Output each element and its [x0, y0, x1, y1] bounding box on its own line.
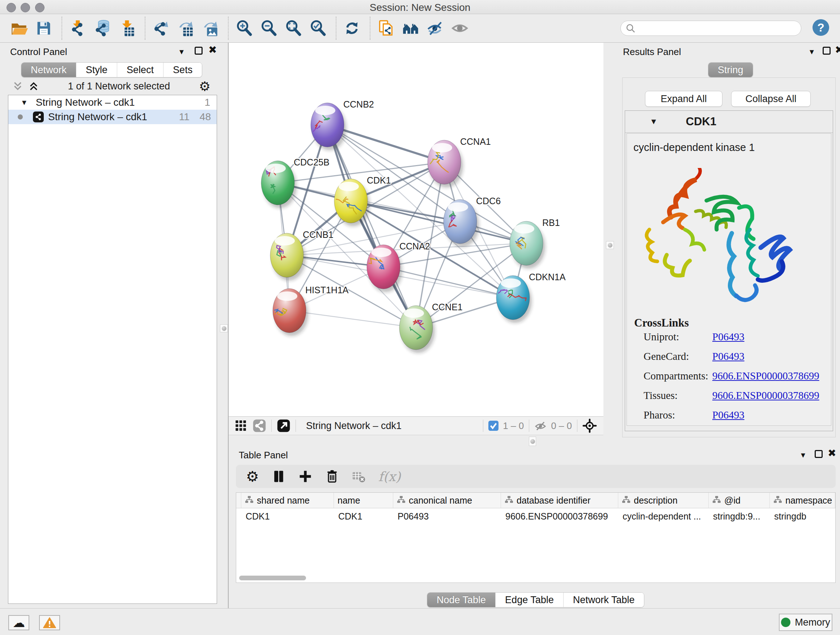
node-table[interactable]: shared namenamecanonical namedatabase id… [236, 492, 836, 583]
network-options-gear-icon[interactable]: ⚙ [199, 79, 210, 94]
refresh-view-button[interactable] [342, 18, 362, 38]
show-hidden-button[interactable] [450, 18, 470, 38]
import-table-from-file-button[interactable] [117, 18, 137, 38]
zoom-selected-button[interactable] [308, 18, 328, 38]
column-header-namespace[interactable]: namespace [770, 493, 835, 508]
toggle-columns-button[interactable] [271, 469, 286, 484]
search-box[interactable] [621, 21, 801, 36]
tab-network-table[interactable]: Network Table [563, 593, 644, 607]
crosslink-link[interactable]: 9606.ENSP00000378699 [712, 370, 819, 382]
cell-canonical-name[interactable]: P06493 [393, 511, 501, 522]
crosslink-link[interactable]: P06493 [712, 331, 745, 343]
selected-checkbox-icon[interactable] [488, 421, 499, 431]
column-header-name[interactable]: name [334, 493, 393, 508]
delete-columns-button[interactable] [325, 469, 339, 484]
node-CCNA1[interactable] [428, 140, 463, 187]
tab-sets[interactable]: Sets [163, 63, 202, 77]
left-splitter-handle[interactable] [220, 325, 228, 333]
panel-menu-arrow-icon[interactable]: ▼ [799, 451, 807, 459]
table-row[interactable]: CDK1CDK1P064939606.ENSP00000378699cyclin… [236, 508, 835, 524]
delete-table-button[interactable] [352, 469, 366, 484]
tab-node-table[interactable]: Node Table [427, 593, 495, 607]
collection-disclosure-icon[interactable]: ▼ [21, 98, 28, 107]
zoom-in-button[interactable] [234, 18, 254, 38]
import-network-from-file-button[interactable] [68, 18, 88, 38]
save-session-button[interactable] [34, 18, 54, 38]
panel-close-icon[interactable]: ✖ [835, 46, 840, 54]
cell-@id[interactable]: stringdb:9... [709, 511, 770, 522]
node-CCNE1[interactable] [399, 306, 435, 353]
cell-database-identifier[interactable]: 9606.ENSP00000378699 [501, 511, 618, 522]
tab-edge-table[interactable]: Edge Table [495, 593, 563, 607]
hide-selected-button[interactable] [425, 18, 445, 38]
node-CCNA2[interactable] [364, 245, 402, 292]
import-network-from-database-button[interactable] [93, 18, 112, 38]
help-button[interactable]: ? [813, 19, 829, 36]
add-column-button[interactable] [298, 469, 313, 484]
expand-all-button[interactable]: Expand All [645, 91, 722, 107]
node-RB1[interactable] [510, 221, 545, 269]
zoom-fit-content-button[interactable] [284, 18, 303, 38]
table-settings-button[interactable]: ⚙ [246, 469, 259, 484]
export-table-button[interactable] [176, 18, 195, 38]
clone-network-button[interactable] [376, 18, 396, 38]
gene-section-header[interactable]: ▼ CDK1 [625, 111, 833, 133]
network-overview-button[interactable] [401, 18, 420, 38]
collapse-all-chevrons-icon[interactable] [12, 81, 23, 92]
node-HIST1H1A[interactable] [268, 288, 308, 336]
node-CDK1[interactable] [332, 179, 370, 226]
cell-description[interactable]: cyclin-dependent ... [618, 511, 709, 522]
hidden-eye-icon[interactable] [534, 420, 546, 432]
edge-CDK1-RB1[interactable] [351, 201, 526, 243]
column-header-@id[interactable]: @id [709, 493, 770, 508]
memory-button[interactable]: Memory [779, 614, 832, 631]
cloud-button[interactable]: ☁ [8, 615, 29, 630]
right-splitter-handle[interactable] [606, 241, 614, 249]
crosslink-link[interactable]: P06493 [712, 350, 745, 363]
panel-close-icon[interactable]: ✖ [208, 46, 217, 54]
panel-float-icon[interactable] [195, 47, 202, 55]
bottom-splitter-handle[interactable] [529, 437, 536, 446]
panel-float-icon[interactable] [823, 47, 831, 55]
cell-namespace[interactable]: stringdb [770, 511, 835, 522]
node-CDC6[interactable] [444, 200, 479, 247]
open-file-button[interactable] [9, 18, 29, 38]
export-image-button[interactable] [201, 18, 220, 38]
network-row[interactable]: String Network – cdk1 11 48 [8, 110, 217, 124]
node-CCNB1[interactable] [270, 233, 306, 280]
cell-name[interactable]: CDK1 [334, 511, 393, 522]
node-CCNB2[interactable] [311, 103, 346, 150]
tab-select[interactable]: Select [117, 63, 163, 77]
panel-menu-arrow-icon[interactable]: ▼ [178, 48, 185, 56]
column-header-canonical-name[interactable]: canonical name [393, 493, 501, 508]
network-canvas[interactable]: CCNB2CCNA1CDC25BCDK1CDC6RB1CCNB1CCNA2CDK… [229, 43, 603, 416]
edge-HIST1H1A-CCNE1[interactable] [289, 310, 416, 328]
export-network-button[interactable] [151, 18, 171, 38]
panel-close-icon[interactable]: ✖ [828, 449, 836, 457]
tab-string[interactable]: String [708, 63, 753, 77]
column-header-shared-name[interactable]: shared name [241, 493, 334, 508]
edge-CCNA2-CDKN1A[interactable] [384, 267, 513, 298]
grid-view-button[interactable] [234, 419, 248, 432]
tab-network[interactable]: Network [21, 63, 76, 77]
node-CDKN1A[interactable] [496, 276, 532, 323]
table-hscrollbar[interactable] [239, 576, 306, 580]
apply-function-button[interactable]: f(x) [378, 469, 401, 484]
expand-all-chevrons-icon[interactable] [28, 81, 39, 92]
cell-shared-name[interactable]: CDK1 [241, 511, 334, 522]
crosslink-link[interactable]: 9606.ENSP00000378699 [712, 390, 819, 402]
open-in-new-window-button[interactable] [277, 419, 291, 432]
panel-float-icon[interactable] [815, 450, 823, 458]
search-input[interactable] [635, 23, 789, 34]
gene-disclosure-icon[interactable]: ▼ [650, 117, 658, 126]
collection-row[interactable]: ▼ String Network – cdk1 1 [8, 95, 217, 110]
warnings-button[interactable] [39, 615, 60, 630]
tab-style[interactable]: Style [76, 63, 117, 77]
collapse-all-button[interactable]: Collapse All [731, 91, 811, 107]
column-header-description[interactable]: description [618, 493, 709, 508]
column-header-database-identifier[interactable]: database identifier [501, 493, 618, 508]
panel-menu-arrow-icon[interactable]: ▼ [808, 48, 815, 56]
birdseye-view-button[interactable] [583, 418, 597, 433]
zoom-out-button[interactable] [259, 18, 279, 38]
crosslink-link[interactable]: P06493 [712, 409, 745, 421]
